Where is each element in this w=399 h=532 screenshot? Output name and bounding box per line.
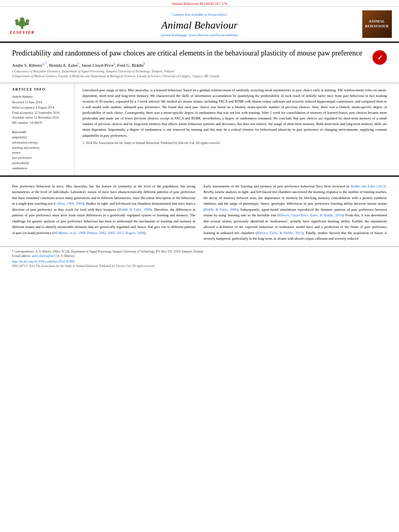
journal-reference-bar: Animal Behaviour 98 (2014) 167–176 [0, 0, 399, 7]
author-1: Andre S. Ribeiro [12, 63, 42, 68]
homepage-label: journal homepage: [161, 33, 188, 37]
keyword-6: predictability [12, 161, 70, 166]
elsevier-tree-icon [10, 14, 34, 30]
abstract-body: Lateralized paw usage of mice, Mus muscu… [82, 88, 387, 138]
affiliation-b: b Department of Medical Genetics, Facult… [12, 74, 368, 79]
keyword-7: randomness [12, 166, 70, 171]
issn-line: 0003-3472/© 2014 The Association for the… [12, 264, 387, 268]
logo-text-2: BEHAVIOUR [365, 24, 389, 29]
footnote-correspondence: * Correspondence: A. S. Ribeiro, Office … [12, 249, 387, 254]
svg-point-5 [24, 22, 29, 25]
email-label: E-mail address: [12, 254, 31, 258]
author-4: , Fred G. Biddle [115, 63, 144, 68]
body-col-right: Early assessments of the learning and me… [204, 183, 387, 242]
journal-title-area: Contents lists available at ScienceDirec… [44, 10, 355, 38]
history-received: Received 11 June 2014 [12, 100, 70, 105]
history-final-accept: Final acceptance 22 September 2014 [12, 111, 70, 116]
elsevier-logo: ELSEVIER [10, 14, 35, 35]
article-title-section: Predictability and randomness of paw cho… [0, 43, 399, 83]
footnote-email: E-mail address: andre.ribeiro@tut.fi (A.… [12, 254, 387, 258]
keywords-section: Keywords: adaptability information entro… [12, 130, 70, 171]
abstract-column: Lateralized paw usage of mice, Mus muscu… [82, 83, 387, 175]
email-note: (A. S. Ribeiro). [56, 254, 75, 258]
keyword-4: mouse [12, 150, 70, 156]
svg-point-6 [15, 19, 19, 22]
svg-point-4 [15, 22, 20, 25]
journal-header: ELSEVIER Contents lists available at Sci… [0, 7, 399, 42]
article-main-title: Predictability and randomness of paw cho… [12, 49, 368, 58]
article-history-label: Article history: [12, 94, 70, 99]
contents-label: Contents lists available at [172, 12, 207, 16]
contents-available-line: Contents lists available at ScienceDirec… [172, 11, 227, 18]
article-title-text: Predictability and randomness of paw cho… [12, 49, 368, 79]
authors-line: Andre S. Ribeiroa, *, Brenda A. Ealesb, … [12, 62, 368, 68]
copyright-line: © 2014 The Association for the Study of … [82, 141, 387, 146]
svg-point-7 [26, 19, 29, 22]
affiliations: a Laboratory of Biosystem Dynamics, Depa… [12, 69, 368, 79]
doi-line[interactable]: http://dx.doi.org/10.1016/j.anbehav.2014… [12, 260, 387, 263]
author-2: , Brenda A. Eales [47, 63, 78, 68]
crossmark-badge: ✓ [372, 50, 387, 65]
elsevier-wordmark: ELSEVIER [10, 30, 35, 35]
homepage-url[interactable]: www.elsevier.com/locate/anbehav [189, 33, 238, 37]
keyword-2: information entropy [12, 140, 70, 146]
sciencedirect-link[interactable]: ScienceDirect [208, 12, 227, 16]
main-article-body: Paw preference behaviour in mice, Mus mu… [0, 176, 399, 245]
email-address[interactable]: andre.ribeiro@tut.fi [32, 254, 56, 258]
journal-homepage-line: journal homepage: www.elsevier.com/locat… [161, 33, 238, 37]
article-info-heading: ARTICLE INFO [12, 87, 70, 91]
affiliation-a: a Laboratory of Biosystem Dynamics, Depa… [12, 69, 368, 74]
author-1-sup: a, * [42, 62, 47, 66]
keyword-5: paw preference [12, 156, 70, 161]
journal-logo-area: ANIMAL BEHAVIOUR [359, 10, 395, 38]
journal-ref-text: Animal Behaviour 98 (2014) 167–176 [172, 2, 227, 6]
abstract-text: Lateralized paw usage of mice, Mus muscu… [82, 87, 387, 146]
logo-text: ANIMAL [365, 19, 389, 24]
svg-point-3 [20, 17, 25, 21]
animal-behaviour-logo: ANIMAL BEHAVIOUR [362, 10, 392, 38]
history-initial-accept: Initial acceptance 4 August 2014 [12, 105, 70, 111]
keyword-1: adaptability [12, 135, 70, 140]
history-ms-number: MS. number: 14-00476 [12, 121, 70, 126]
elsevier-logo-area: ELSEVIER [4, 10, 40, 38]
body-text-right: Early assessments of the learning and me… [204, 183, 387, 242]
two-column-text: Paw preference behaviour in mice, Mus mu… [12, 183, 387, 242]
article-info-column: ARTICLE INFO Article history: Received 1… [12, 83, 74, 175]
author-4-sup: b [144, 62, 145, 66]
keywords-label: Keywords: [12, 130, 70, 134]
body-text-left: Paw preference behaviour in mice, Mus mu… [12, 183, 195, 236]
author-3: , Jason Lloyd-Price [79, 63, 113, 68]
history-available-online: Available online 11 November 2014 [12, 115, 70, 121]
journal-title: Animal Behaviour [161, 19, 238, 31]
footnote-section: * Correspondence: A. S. Ribeiro, Office … [0, 246, 399, 271]
keyword-3: learning and memory [12, 146, 70, 151]
article-body-section: ARTICLE INFO Article history: Received 1… [0, 83, 399, 175]
body-col-left: Paw preference behaviour in mice, Mus mu… [12, 183, 195, 242]
crossmark-icon: ✓ [377, 54, 383, 62]
